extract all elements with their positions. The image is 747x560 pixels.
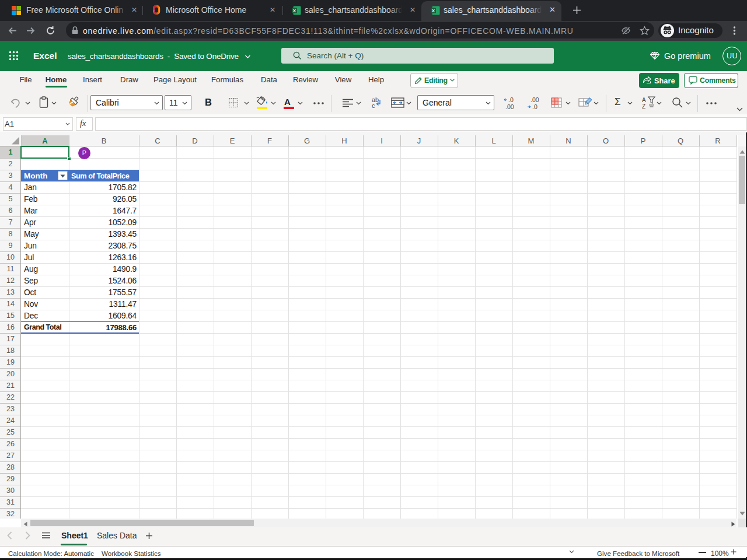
- svg-text:.00: .00: [505, 103, 514, 110]
- svg-text:.00: .00: [530, 96, 539, 103]
- svg-text:c: c: [372, 102, 375, 109]
- svg-text:X: X: [432, 8, 435, 13]
- svg-text:.0: .0: [532, 103, 537, 110]
- svg-text:.0: .0: [508, 96, 514, 103]
- svg-text:Z: Z: [642, 103, 645, 109]
- svg-text:A: A: [642, 97, 646, 103]
- svg-text:X: X: [293, 8, 296, 13]
